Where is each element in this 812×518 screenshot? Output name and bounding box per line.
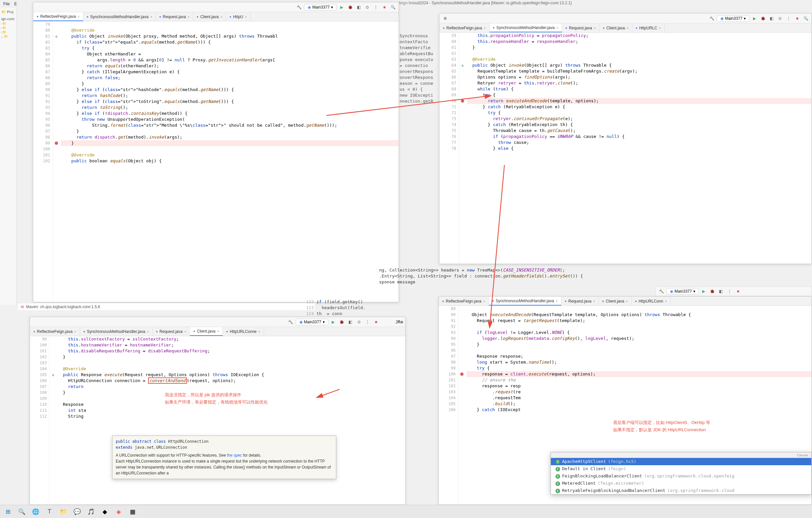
close-icon[interactable]: ×	[187, 15, 190, 19]
gutter-icon[interactable]	[53, 152, 60, 158]
gutter-icon[interactable]	[459, 407, 465, 413]
coverage-icon[interactable]: ◧	[717, 288, 725, 295]
code-line[interactable]: }	[467, 45, 811, 51]
line-number[interactable]: 99	[33, 140, 50, 146]
line-number[interactable]: 107	[30, 384, 47, 390]
start-icon[interactable]: ⊞	[1, 507, 14, 517]
line-number[interactable]: 94	[439, 335, 456, 342]
gutter-icon[interactable]	[50, 348, 56, 354]
gutter-icon[interactable]	[53, 75, 60, 81]
run-icon[interactable]: ▶	[330, 318, 337, 326]
gutter-icon[interactable]	[53, 81, 60, 87]
app-icon[interactable]: 💬	[70, 507, 84, 517]
coverage-icon[interactable]: ◧	[355, 4, 362, 11]
line-number[interactable]: 76	[439, 134, 456, 140]
code-line[interactable]: this.disableRequestBuffering = disableRe…	[58, 348, 405, 354]
gutter-icon[interactable]	[50, 336, 56, 342]
gutter-icon[interactable]	[53, 93, 60, 99]
gutter-icon[interactable]	[459, 104, 466, 110]
run-config-selector[interactable]: ◉ Main3377 ▾	[296, 319, 328, 325]
gutter-icon[interactable]	[459, 68, 466, 74]
run-icon[interactable]: ▶	[338, 4, 345, 11]
gutter-icon[interactable]	[459, 33, 466, 38]
close-icon[interactable]: ×	[245, 15, 247, 19]
gutter-icon[interactable]	[53, 45, 60, 51]
line-number[interactable]: 86	[33, 63, 50, 69]
gear-icon[interactable]: ⚙	[441, 15, 449, 22]
gutter-icon[interactable]	[459, 365, 465, 371]
code-line[interactable]: if (propagationPolicy == UNWRAP && cause…	[467, 134, 811, 140]
editor-tab[interactable]: ●HttpURLConne×	[223, 327, 264, 336]
stop-icon[interactable]: ■	[734, 288, 742, 295]
gutter-icon[interactable]	[50, 402, 56, 407]
gutter-icon[interactable]	[50, 413, 56, 419]
gutter-icon[interactable]	[459, 383, 465, 389]
code-line[interactable]: return	[58, 384, 405, 390]
code-line[interactable]: HttpURLConnection connection = convertAn…	[58, 378, 405, 384]
line-number[interactable]: 73	[439, 116, 456, 122]
code-line[interactable]: this.responseHandler = responseHandler;	[467, 38, 811, 45]
line-number[interactable]: 79	[33, 22, 50, 27]
code-line[interactable]: }	[61, 140, 399, 146]
line-number[interactable]: 66	[439, 74, 456, 80]
gutter-icon[interactable]	[459, 312, 465, 318]
profile-icon[interactable]: ⊙	[776, 15, 784, 22]
line-number[interactable]: 97	[33, 128, 50, 134]
gutter-icon[interactable]	[53, 22, 60, 27]
code-line[interactable]: return executeAndDecode(template, option…	[467, 98, 811, 104]
editor-tab[interactable]: ●Client.java×	[599, 297, 632, 305]
code-line[interactable]: @Override	[467, 56, 811, 62]
gutter-icon[interactable]	[53, 87, 60, 93]
code-line[interactable]: }	[58, 354, 405, 360]
gutter-icon[interactable]	[459, 318, 465, 324]
gutter-icon[interactable]	[53, 33, 60, 39]
code-line[interactable]	[467, 51, 811, 56]
line-number[interactable]: 63	[439, 56, 456, 62]
line-number[interactable]: 106	[439, 407, 456, 413]
code-line[interactable]: } catch (RetryableException th) {	[467, 122, 811, 128]
completion-item[interactable]: CMeteredClient (feign.micrometer)	[551, 480, 811, 487]
close-icon[interactable]: ×	[184, 330, 186, 333]
gutter-icon[interactable]	[459, 395, 465, 401]
line-number[interactable]: 82	[33, 39, 50, 45]
close-icon[interactable]: ×	[74, 330, 76, 333]
editor-tab[interactable]: ●ReflectiveFeign.java×	[30, 327, 80, 336]
taskbar[interactable]: ⊞ 🔍 🌐 T 📁 💬 🎵 ◆ ◈ ▦	[0, 505, 812, 518]
line-number[interactable]: 91	[439, 318, 456, 324]
debug-icon[interactable]: 🐞	[347, 4, 354, 11]
gutter-icon[interactable]	[459, 324, 465, 330]
more-icon[interactable]: ⋮	[726, 288, 733, 295]
code-line[interactable]: }	[466, 342, 811, 348]
code-line[interactable]	[61, 22, 399, 27]
line-number[interactable]: 102	[33, 158, 50, 164]
line-number[interactable]: 89	[33, 81, 50, 87]
code-line[interactable]: while (true) {	[467, 86, 811, 92]
editor-tab[interactable]: ●Client.java×	[193, 12, 226, 21]
gutter-icon[interactable]	[53, 39, 60, 45]
editor-tab[interactable]: ●ReflectiveFeign.java×	[439, 297, 489, 305]
completion-item[interactable]: CFeignBlockingLoadBalancerClient (org.sp…	[551, 472, 811, 480]
code-line[interactable]	[61, 146, 399, 152]
tree-item[interactable]: ›📁	[0, 26, 16, 30]
gutter-icon[interactable]	[53, 128, 60, 134]
line-number[interactable]: 95	[33, 116, 50, 122]
debug-icon[interactable]: 🐞	[338, 318, 346, 326]
line-number[interactable]: 69	[439, 92, 456, 98]
code-line[interactable]: } catch (IllegalArgumentException e) {	[61, 69, 399, 75]
coverage-icon[interactable]: ◧	[768, 15, 775, 22]
menu-file[interactable]: File	[3, 2, 9, 6]
code-line[interactable]: public Object invoke(Object[] argv) thro…	[467, 62, 811, 68]
code-line[interactable]: throw cause;	[467, 140, 811, 145]
gutter-icon[interactable]	[50, 360, 56, 366]
stop-icon[interactable]: ■	[793, 15, 801, 22]
sidebar-node[interactable]: ign-core	[0, 16, 16, 22]
line-number[interactable]: 105	[439, 401, 456, 407]
line-number[interactable]: 98	[33, 134, 50, 140]
line-number[interactable]: 84	[33, 51, 50, 57]
gutter-icon[interactable]	[459, 342, 465, 348]
editor-tab[interactable]: ●SynchronousMethodHandler.java×	[490, 23, 562, 32]
code-line[interactable]: } else if (class="str">"toString".equals…	[61, 99, 399, 105]
code-line[interactable]: Throwable cause = th.getCause();	[467, 128, 811, 134]
gutter-icon[interactable]	[53, 57, 60, 63]
close-icon[interactable]: ×	[556, 26, 558, 30]
